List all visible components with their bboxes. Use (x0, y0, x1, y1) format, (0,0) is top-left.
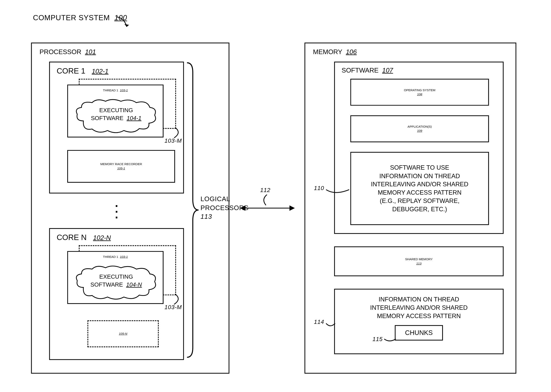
link-leader (259, 194, 273, 207)
core-1-cloud-text: EXECUTING SOFTWARE 104-1 (74, 106, 158, 122)
applications-box: APPLICATION(S) 109 (350, 115, 489, 142)
chunks-leader (383, 334, 398, 346)
core-n-thread-1-label: THREAD 1 103-1 (68, 255, 163, 259)
info-box: INFORMATION ON THREAD INTERLEAVING AND/O… (334, 289, 504, 354)
core-n-mrr-dashed: 105-N (87, 320, 159, 347)
core-n-label: CORE N 102-N (57, 233, 111, 242)
info-ref: 114 (314, 319, 324, 325)
software-label: SOFTWARE 107 (342, 67, 393, 74)
link-arrow-line (245, 208, 290, 209)
memory-label: MEMORY 106 (313, 48, 357, 56)
core-n-box: CORE N 102-N THREAD 1 103-1 EXECUTING SO… (49, 228, 184, 360)
use-info-box: SOFTWARE TO USE INFORMATION ON THREAD IN… (350, 152, 489, 225)
core-1-label: CORE 1 102-1 (57, 67, 108, 75)
logical-processors-brace-icon (185, 61, 201, 359)
chunks-box: CHUNKS (395, 325, 443, 341)
memory-box: MEMORY 106 SOFTWARE 107 OPERATING SYSTEM… (304, 43, 516, 374)
diagram-canvas: COMPUTER SYSTEM 100 PROCESSOR 101 CORE 1… (8, 8, 543, 389)
core-1-103m-ref: 103-M (165, 138, 182, 144)
chunks-ref: 115 (373, 335, 383, 343)
use-info-ref: 110 (314, 185, 324, 191)
info-leader (325, 318, 338, 331)
software-box: SOFTWARE 107 OPERATING SYSTEM 108 APPLIC… (334, 62, 504, 234)
link-ref: 112 (260, 187, 270, 193)
core-n-cloud-text: EXECUTING SOFTWARE 104-N (74, 273, 158, 288)
link-arrow-right-icon (290, 205, 295, 211)
os-box: OPERATING SYSTEM 108 (350, 79, 489, 106)
core-1-cloud-icon: EXECUTING SOFTWARE 104-1 (74, 98, 158, 135)
core-1-mrr-box: MEMORY RACE RECORDER 105-1 (67, 150, 175, 183)
title-arrow-icon (115, 15, 132, 33)
processor-label: PROCESSOR 101 (39, 48, 96, 56)
core-n-cloud-icon: EXECUTING SOFTWARE 104-N (74, 264, 158, 302)
core-1-thread-1-box: THREAD 1 103-1 EXECUTING SOFTWARE 104-1 (67, 85, 163, 138)
link-arrow-left-icon (240, 205, 245, 211)
use-info-leader (325, 184, 352, 197)
svg-marker-0 (125, 24, 129, 27)
core-1-box: CORE 1 102-1 THREAD 1 103-1 EXECUTING SO… (49, 62, 184, 193)
core-vdots: ··· (113, 203, 120, 220)
core-n-thread-1-box: THREAD 1 103-1 EXECUTING SOFTWARE 104-N (67, 251, 163, 304)
core-n-103m-ref: 103-M (165, 304, 182, 311)
core-1-thread-1-label: THREAD 1 103-1 (68, 88, 163, 92)
shared-memory-box: SHARED MEMORY 113 (334, 246, 504, 276)
diagram-title: COMPUTER SYSTEM 100 (33, 14, 127, 22)
